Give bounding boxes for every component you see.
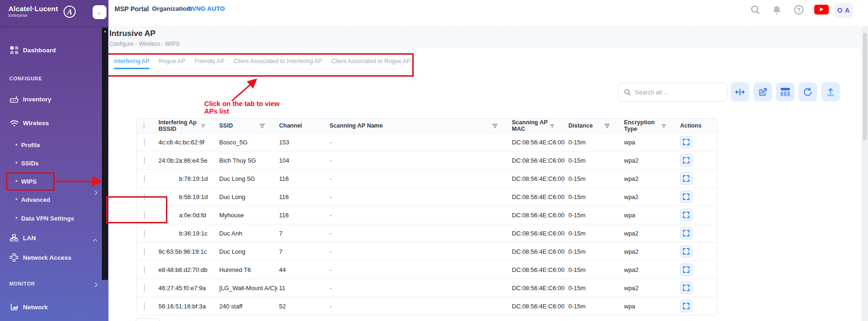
sidebar-item-profile[interactable]: • Profile bbox=[0, 140, 101, 150]
organization-value[interactable]: OVNG AUTO bbox=[187, 5, 225, 12]
row-checkbox[interactable] bbox=[144, 157, 145, 164]
expand-row-button[interactable] bbox=[680, 191, 692, 203]
cell-interfering-ap-bssid: 4c:c6:4c:bc:62:9f bbox=[157, 139, 217, 146]
tab-client-associated-rogue-ap[interactable]: Client Associated to Rogue AP bbox=[331, 58, 411, 69]
cell-channel: 7 bbox=[277, 248, 328, 255]
table-row: 4c:c6:4c:bc:62:9f Bosco_5G 153 - DC:08:5… bbox=[137, 133, 717, 151]
column-header: Scanning AP Name bbox=[330, 122, 383, 129]
table-row: 9c:63:5b:96:19:1c Duc Long 7 - DC:08:56:… bbox=[137, 242, 717, 260]
cell-scanning-ap-mac: DC:08:56:4E:C6:00 bbox=[510, 303, 567, 310]
row-checkbox[interactable] bbox=[144, 266, 145, 273]
filter-icon[interactable] bbox=[604, 123, 610, 128]
tab-friendly-ap[interactable]: Friendly AP bbox=[194, 58, 224, 69]
cell-scanning-ap-name: - bbox=[328, 157, 510, 164]
page-scrollbar-thumb[interactable] bbox=[863, 33, 867, 140]
sidebar-item-lan[interactable]: LAN bbox=[0, 233, 101, 243]
sidebar-item-inventory[interactable]: Inventory bbox=[0, 94, 101, 104]
sidebar-item-dashboard[interactable]: Dashboard bbox=[0, 45, 101, 55]
pagination-page-size[interactable] bbox=[136, 318, 160, 321]
bullet-icon: • bbox=[15, 142, 17, 148]
cell-channel: 52 bbox=[277, 303, 328, 310]
dashboard-icon bbox=[9, 46, 19, 54]
sidebar-item-label: Dashboard bbox=[23, 47, 56, 54]
brand-subtitle: Enterprise bbox=[8, 13, 58, 18]
search-input[interactable] bbox=[635, 89, 719, 96]
table-row: e8:48:b8:d2:70:db Hunmed T6 44 - DC:08:5… bbox=[137, 260, 717, 278]
cell-scanning-ap-name: - bbox=[328, 266, 510, 273]
export-icon bbox=[826, 87, 835, 97]
table-row: b:56:19:1d Duc Long 116 - DC:08:56:4E:C6… bbox=[137, 187, 717, 206]
table-columns-button[interactable] bbox=[776, 82, 795, 101]
lan-icon bbox=[9, 234, 19, 242]
expand-row-button[interactable] bbox=[680, 264, 692, 276]
expand-row-button[interactable] bbox=[680, 227, 692, 239]
sidebar-item-ssids[interactable]: • SSIDs bbox=[0, 158, 101, 168]
table-row: b:76:19:1d Duc Long 5G 116 - DC:08:56:4E… bbox=[137, 169, 717, 187]
expand-row-button[interactable] bbox=[680, 300, 692, 312]
refresh-icon bbox=[803, 87, 812, 97]
row-checkbox[interactable] bbox=[144, 139, 145, 146]
bullet-icon: • bbox=[15, 196, 17, 203]
filter-icon[interactable] bbox=[661, 123, 666, 128]
chevron-right-icon bbox=[93, 191, 98, 195]
filter-icon[interactable] bbox=[550, 123, 554, 128]
cell-ssid: [LG_Wall-Mount A/C]e7... bbox=[217, 285, 277, 292]
sidebar-item-advanced[interactable]: • Advanced bbox=[0, 195, 101, 204]
brand-name: Alcatel·Lucent bbox=[8, 5, 58, 13]
select-all-checkbox[interactable] bbox=[143, 122, 144, 129]
expand-row-button[interactable] bbox=[680, 136, 692, 148]
cell-scanning-ap-mac: DC:08:56:4E:C6:00 bbox=[510, 193, 567, 200]
row-checkbox[interactable] bbox=[144, 175, 145, 182]
resize-columns-button[interactable] bbox=[731, 82, 749, 101]
expand-icon bbox=[683, 230, 689, 236]
open-in-new-button[interactable] bbox=[753, 82, 772, 101]
expand-row-button[interactable] bbox=[680, 282, 692, 294]
youtube-icon[interactable] bbox=[814, 5, 829, 14]
row-checkbox[interactable] bbox=[144, 230, 145, 237]
help-icon[interactable]: ? bbox=[794, 5, 804, 15]
export-button[interactable] bbox=[821, 82, 840, 101]
cell-ssid: 240 staff bbox=[217, 303, 277, 310]
expand-row-button[interactable] bbox=[680, 245, 692, 257]
tab-interfering-ap[interactable]: Interfering AP bbox=[114, 58, 150, 69]
expand-icon bbox=[683, 285, 689, 291]
bullet-icon: • bbox=[15, 178, 17, 185]
row-checkbox[interactable] bbox=[144, 285, 145, 292]
sidebar-item-label: LAN bbox=[23, 235, 36, 242]
expand-row-button[interactable] bbox=[680, 154, 692, 166]
refresh-button[interactable] bbox=[798, 82, 817, 101]
row-checkbox[interactable] bbox=[144, 212, 145, 219]
sidebar-collapse-button[interactable]: ← bbox=[93, 5, 107, 19]
cell-encryption-type: wpa2 bbox=[622, 157, 678, 164]
sidebar-item-network-access[interactable]: Network Access bbox=[0, 252, 101, 263]
filter-icon[interactable] bbox=[201, 123, 205, 128]
scroll-up-icon[interactable]: ▲ bbox=[102, 29, 108, 33]
filter-icon[interactable] bbox=[492, 123, 498, 128]
cell-scanning-ap-mac: DC:08:56:4E:C6:00 bbox=[510, 139, 567, 146]
expand-row-button[interactable] bbox=[680, 172, 692, 185]
tab-rogue-ap[interactable]: Rogue AP bbox=[159, 58, 185, 69]
tab-client-associated-interfering-ap[interactable]: Client Associated to Interfering AP bbox=[234, 58, 322, 69]
row-checkbox[interactable] bbox=[144, 193, 145, 200]
sidebar-item-label: Wireless bbox=[23, 120, 49, 127]
row-checkbox[interactable] bbox=[144, 303, 145, 310]
row-checkbox[interactable] bbox=[144, 248, 145, 255]
sidebar-item-data-vpn-settings[interactable]: • Data VPN Settings bbox=[0, 214, 101, 223]
bullet-icon: • bbox=[15, 160, 17, 166]
filter-icon[interactable] bbox=[259, 123, 265, 128]
cell-interfering-ap-bssid: 56:16:51:16:bf:3a bbox=[157, 303, 217, 310]
top-bar: MSP Portal Organization: OVNG AUTO ? O A bbox=[108, 0, 868, 27]
sidebar-scrollbar[interactable]: ▲ bbox=[102, 28, 108, 280]
sidebar-item-wireless[interactable]: Wireless bbox=[0, 118, 101, 128]
column-header: Interfering Ap BSSID bbox=[158, 119, 201, 132]
table-row: a:0e:0d:fd Myhouse 116 - DC:08:56:4E:C6:… bbox=[137, 206, 717, 224]
column-header: Actions bbox=[680, 122, 702, 129]
tab-bar: Interfering AP Rogue AP Friendly AP Clie… bbox=[114, 58, 411, 69]
bell-icon[interactable] bbox=[772, 5, 782, 15]
cell-scanning-ap-name: - bbox=[328, 230, 510, 237]
search-icon[interactable] bbox=[750, 5, 760, 15]
avatar[interactable]: O A bbox=[834, 3, 853, 18]
expand-row-button[interactable] bbox=[680, 209, 692, 221]
brand-logo: Alcatel·Lucent Enterprise A bbox=[8, 5, 58, 18]
sidebar-item-network[interactable]: Network bbox=[0, 302, 101, 312]
